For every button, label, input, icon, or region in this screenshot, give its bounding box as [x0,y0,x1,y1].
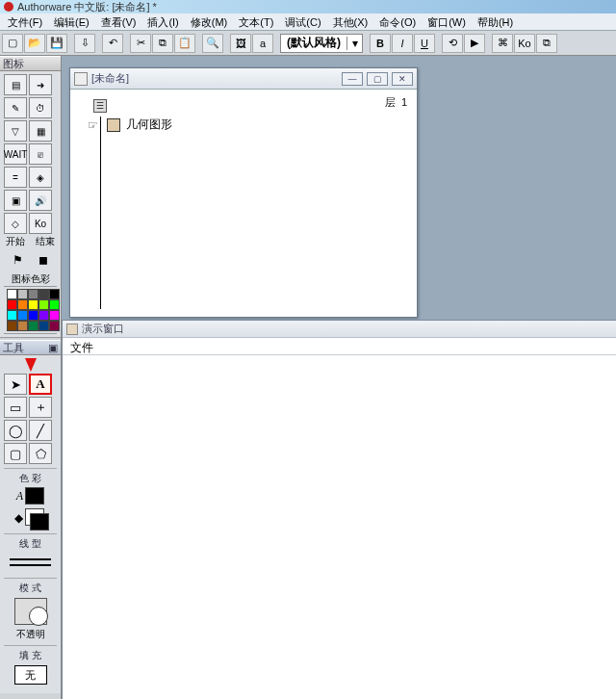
dvd-icon[interactable]: ◇ [4,213,27,234]
menu-bar: 文件(F) 编辑(E) 查看(V) 插入(I) 修改(M) 文本(T) 调试(C… [0,13,616,31]
color-swatch-5[interactable] [7,299,17,310]
copy-button[interactable]: ⧉ [152,34,173,53]
minimize-button[interactable]: — [342,72,363,86]
restart-button[interactable]: ⟲ [442,34,463,53]
calc-icon[interactable]: = [4,167,27,188]
menu-help[interactable]: 帮助(H) [472,13,519,30]
interaction-icon[interactable]: ⎚ [29,143,52,165]
color-swatch-9[interactable] [49,299,60,310]
paste-button[interactable]: 📋 [174,34,195,53]
underline-button[interactable]: U [414,34,435,53]
italic-button[interactable]: I [392,34,413,53]
color-swatch-11[interactable] [17,310,28,321]
new-button[interactable]: ▢ [2,34,23,53]
maximize-button[interactable]: ▢ [367,72,388,86]
menu-command[interactable]: 命令(O) [373,13,422,30]
color-swatch-13[interactable] [38,310,49,321]
presentation-canvas[interactable] [63,355,616,699]
menu-text[interactable]: 文本(T) [233,13,279,30]
library-button[interactable]: ⧉ [536,34,557,53]
line-arrow-style[interactable] [10,564,51,566]
presentation-menu-file[interactable]: 文件 [63,338,616,355]
color-swatch-19[interactable] [49,321,60,331]
color-swatch-8[interactable] [38,299,49,310]
import-button[interactable]: ⇩ [74,34,95,53]
start-flag[interactable]: ⚑ [8,251,27,269]
ko-button[interactable]: Ko [514,34,535,53]
flow-start-icon[interactable]: ☰ [93,99,107,113]
calc-button[interactable]: ⌘ [492,34,513,53]
fg-color-swatch[interactable] [30,513,49,531]
rectangle-tool[interactable]: ▭ [4,397,27,418]
line-weight-thin[interactable] [10,558,51,560]
line-section-label: 线 型 [4,533,57,551]
rounded-rect-tool[interactable]: ▢ [4,443,27,464]
color-swatch-15[interactable] [7,321,17,331]
line-tool[interactable]: ＋ [29,397,52,418]
color-swatch-3[interactable] [38,289,49,299]
mode-value: 不透明 [4,628,57,641]
sound-icon[interactable]: 🔊 [29,190,52,211]
presentation-window[interactable]: 演示窗口 文件 [62,320,616,699]
text-color-swatch[interactable] [25,487,44,505]
wait-icon[interactable]: ⏱ [29,97,52,118]
decision-icon[interactable]: WAIT [4,143,27,165]
menu-window[interactable]: 窗口(W) [422,13,472,30]
map-icon[interactable]: ◈ [29,167,52,188]
close-button[interactable]: ✕ [392,72,413,86]
find-button[interactable]: 🔍 [202,34,223,53]
ellipse-tool[interactable]: ◯ [4,420,27,441]
color-swatch-18[interactable] [38,321,49,331]
navigate-icon[interactable]: ▽ [4,120,27,142]
close-icon[interactable]: ▣ [48,342,58,354]
color-swatch-1[interactable] [17,289,28,299]
menu-debug[interactable]: 调试(C) [279,13,326,30]
text-tool[interactable]: A [29,374,52,395]
image-prop-button[interactable]: 🖼 [230,34,251,53]
motion-icon[interactable]: ➜ [29,74,52,95]
menu-modify[interactable]: 修改(M) [185,13,234,30]
play-button[interactable]: ▶ [464,34,485,53]
display-node-icon [107,118,120,132]
color-swatch-12[interactable] [28,310,38,321]
color-swatch-10[interactable] [7,310,17,321]
diagonal-line-tool[interactable]: ╱ [29,420,52,441]
ko-icon[interactable]: Ko [29,213,52,234]
flow-node[interactable]: ☞ 几何图形 [88,116,409,133]
color-swatch-14[interactable] [49,310,60,321]
mode-picker[interactable] [14,598,47,625]
polygon-tool[interactable]: ⬠ [29,443,52,464]
color-swatch-16[interactable] [17,321,28,331]
design-window[interactable]: [未命名] — ▢ ✕ 层 1 ☰ ☞ 几何图形 [69,67,418,318]
start-flag-label: 开始 [6,235,25,248]
undo-button[interactable]: ↶ [102,34,123,53]
color-swatch-7[interactable] [28,299,38,310]
text-style-combo[interactable]: (默认风格) ▾ [280,34,363,53]
digital-movie-icon[interactable]: ▣ [4,190,27,211]
erase-icon[interactable]: ✎ [4,97,27,118]
framework-icon[interactable]: ▦ [29,120,52,142]
menu-insert[interactable]: 插入(I) [141,13,184,30]
chevron-down-icon: ▾ [346,37,362,50]
fill-picker[interactable]: 无 [14,665,47,685]
color-swatch-17[interactable] [28,321,38,331]
color-swatch-2[interactable] [28,289,38,299]
pointer-tool[interactable]: ➤ [4,374,27,395]
color-swatch-0[interactable] [7,289,17,299]
menu-other[interactable]: 其他(X) [327,13,374,30]
display-icon[interactable]: ▤ [4,74,27,95]
end-flag[interactable]: ◼ [34,251,53,269]
color-swatch-4[interactable] [49,289,60,299]
save-all-button[interactable]: 💾 [46,34,67,53]
open-button[interactable]: 📂 [24,34,45,53]
menu-view[interactable]: 查看(V) [95,13,142,30]
bold-button[interactable]: B [370,34,391,53]
menu-edit[interactable]: 编辑(E) [48,13,95,30]
cut-button[interactable]: ✂ [130,34,151,53]
color-swatch-6[interactable] [17,299,28,310]
design-window-titlebar[interactable]: [未命名] — ▢ ✕ [70,68,417,90]
app-icon [4,2,13,12]
presentation-titlebar[interactable]: 演示窗口 [63,321,616,338]
menu-file[interactable]: 文件(F) [2,13,48,30]
text-prop-button[interactable]: a [252,34,273,53]
